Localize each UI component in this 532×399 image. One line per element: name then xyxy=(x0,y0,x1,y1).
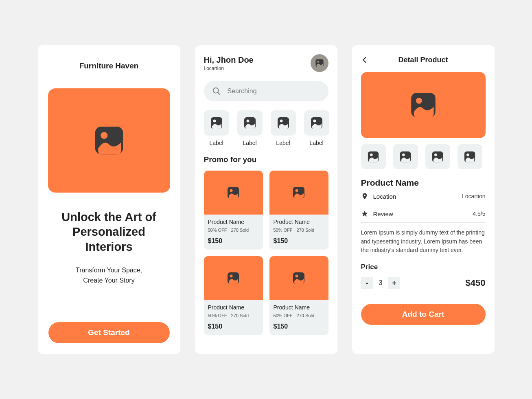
category-item[interactable]: Label xyxy=(204,110,229,146)
brand-title: Furniture Haven xyxy=(79,61,139,70)
detail-image xyxy=(361,72,486,138)
location-text: Locartion xyxy=(204,66,254,71)
search-field[interactable] xyxy=(204,81,328,101)
image-icon xyxy=(367,151,379,163)
review-row: Review 4.5/5 xyxy=(361,205,486,223)
thumbnail-row xyxy=(361,144,486,169)
thumbnail[interactable] xyxy=(361,144,386,169)
promo-title: Promo for you xyxy=(204,155,328,164)
back-icon[interactable] xyxy=(361,56,368,64)
category-label: Label xyxy=(276,140,290,146)
home-screen: Hi, Jhon Doe Locartion Label Label Label… xyxy=(195,45,337,354)
image-icon xyxy=(243,116,256,129)
thumbnail[interactable] xyxy=(458,144,482,169)
product-description: Lorem Ipsum is simply dummy text of the … xyxy=(361,228,486,255)
svg-line-9 xyxy=(217,92,220,95)
image-icon xyxy=(93,125,125,156)
image-icon xyxy=(277,116,290,129)
category-label: Label xyxy=(243,140,256,146)
product-name: Product Name xyxy=(208,304,259,311)
onboarding-screen: Furniture Haven Unlock the Art of Person… xyxy=(38,45,180,354)
image-icon xyxy=(210,116,223,129)
quantity-stepper: - 3 + xyxy=(361,277,401,289)
qty-decrease-button[interactable]: - xyxy=(361,277,373,289)
total-price: $450 xyxy=(466,278,486,288)
svg-point-8 xyxy=(213,88,218,93)
price-row: - 3 + $450 xyxy=(361,277,486,289)
product-name: Product Name xyxy=(274,304,324,311)
image-icon xyxy=(399,151,412,163)
hero-image xyxy=(48,88,170,193)
product-price: $150 xyxy=(208,323,259,330)
greeting-text: Hi, Jhon Doe xyxy=(204,55,254,65)
product-name: Product Name xyxy=(208,219,259,225)
headline: Unlock the Art of Personalized Interiors xyxy=(48,210,170,254)
get-started-button[interactable]: Get Started xyxy=(48,322,170,343)
product-card[interactable]: Product Name 50% OFF270 Sold $150 xyxy=(204,171,263,250)
product-price: $150 xyxy=(274,323,324,330)
qty-value: 3 xyxy=(379,279,383,287)
product-grid: Product Name 50% OFF270 Sold $150 Produc… xyxy=(204,171,328,335)
image-icon xyxy=(315,59,324,68)
thumbnail[interactable] xyxy=(425,144,450,169)
category-row: Label Label Label Label xyxy=(204,110,328,146)
image-icon xyxy=(409,91,437,119)
product-name: Product Name xyxy=(361,178,486,188)
location-row: Location Locartion xyxy=(361,188,486,205)
category-item[interactable]: Label xyxy=(271,110,296,146)
subheadline: Transform Your Space, Create Your Story xyxy=(76,265,142,286)
price-label: Price xyxy=(361,263,486,271)
search-input[interactable] xyxy=(228,88,320,95)
image-icon xyxy=(310,116,323,129)
svg-point-10 xyxy=(364,195,366,196)
product-card[interactable]: Product Name 50% OFF270 Sold $150 xyxy=(204,256,263,335)
category-item[interactable]: Label xyxy=(304,110,329,146)
product-price: $150 xyxy=(208,237,259,245)
star-icon xyxy=(361,210,368,217)
review-value: 4.5/5 xyxy=(473,210,485,217)
product-card[interactable]: Product Name 50% OFF270 Sold $150 xyxy=(269,171,328,250)
image-icon xyxy=(227,272,240,285)
qty-increase-button[interactable]: + xyxy=(388,277,400,289)
add-to-cart-button[interactable]: Add to Cart xyxy=(361,304,486,325)
image-icon xyxy=(464,151,476,163)
thumbnail[interactable] xyxy=(393,144,418,169)
category-label: Label xyxy=(309,140,323,146)
product-name: Product Name xyxy=(274,219,324,225)
svg-point-7 xyxy=(317,61,319,63)
page-title: Detail Product xyxy=(398,56,448,64)
product-card[interactable]: Product Name 50% OFF270 Sold $150 xyxy=(269,256,328,335)
pin-icon xyxy=(361,193,368,200)
category-label: Label xyxy=(209,140,223,146)
image-icon xyxy=(227,186,240,199)
image-icon xyxy=(292,186,305,199)
product-price: $150 xyxy=(274,237,324,245)
avatar[interactable] xyxy=(311,54,328,72)
image-icon xyxy=(431,151,444,163)
home-header: Hi, Jhon Doe Locartion xyxy=(204,54,328,72)
search-icon xyxy=(212,87,221,96)
detail-header: Detail Product xyxy=(361,54,486,66)
location-value: Locartion xyxy=(462,193,486,200)
image-icon xyxy=(292,272,305,285)
review-label: Review xyxy=(373,210,393,217)
category-item[interactable]: Label xyxy=(237,110,263,146)
location-label: Location xyxy=(373,193,396,200)
detail-screen: Detail Product Product Name Location Loc… xyxy=(352,45,495,354)
